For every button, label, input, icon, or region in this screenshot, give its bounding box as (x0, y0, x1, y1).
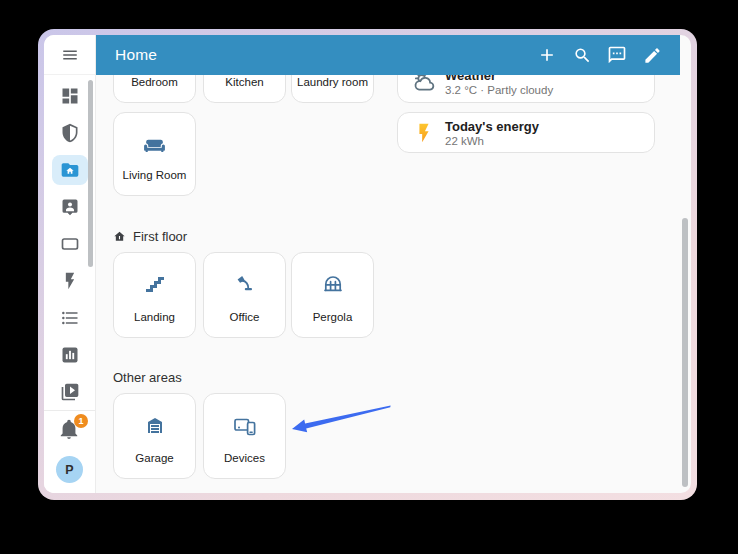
floor-icon (113, 230, 126, 243)
area-card-label: Pergola (292, 311, 373, 323)
screenshot-stage: 1 P Bedroom Kitchen Laundry room (0, 0, 738, 554)
pergola-icon (292, 272, 373, 296)
sidebar-item-energy[interactable] (52, 266, 88, 296)
sidebar-item-logbook[interactable] (52, 303, 88, 333)
header-actions (535, 35, 664, 75)
app-header: Home (96, 35, 680, 75)
lightning-icon (413, 122, 435, 144)
app-window-frame: 1 P Bedroom Kitchen Laundry room (38, 29, 697, 500)
content-scrollbar-thumb[interactable] (682, 218, 688, 487)
area-card-devices[interactable]: Devices (203, 393, 286, 479)
sidebar: 1 P (44, 35, 96, 493)
sidebar-bottom-section: 1 P (44, 410, 95, 493)
sofa-icon (114, 132, 195, 157)
main-area: Bedroom Kitchen Laundry room (96, 35, 691, 493)
stairs-icon (114, 272, 195, 296)
area-card-living-room[interactable]: Living Room (113, 112, 196, 196)
sidebar-item-history[interactable] (52, 340, 88, 370)
sidebar-item-areas[interactable] (52, 155, 88, 185)
area-card-label: Office (204, 311, 285, 323)
sidebar-item-people[interactable] (52, 192, 88, 222)
add-button[interactable] (535, 43, 559, 67)
area-card-label: Landing (114, 311, 195, 323)
area-card-label: Living Room (114, 169, 195, 181)
sidebar-item-dashboards[interactable] (52, 81, 88, 111)
area-card-label: Kitchen (204, 76, 285, 88)
hamburger-menu-icon (61, 46, 79, 64)
area-card-pergola[interactable]: Pergola (291, 252, 374, 338)
area-card-label: Garage (114, 452, 195, 464)
avatar-initial: P (65, 463, 73, 477)
section-header-first-floor: First floor (113, 228, 187, 244)
search-icon (573, 46, 592, 65)
person-badge-icon (60, 197, 80, 217)
notification-badge: 1 (74, 414, 88, 428)
area-card-label: Bedroom (114, 76, 195, 88)
energy-value: 22 kWh (445, 135, 484, 147)
user-avatar[interactable]: P (56, 456, 83, 483)
energy-title: Today's energy (445, 119, 539, 134)
edit-icon (643, 46, 662, 65)
media-icon (60, 382, 80, 402)
area-card-office[interactable]: Office (203, 252, 286, 338)
shield-icon (60, 123, 80, 143)
add-icon (537, 45, 557, 65)
desk-lamp-icon (204, 272, 285, 296)
weather-status: 3.2 °C · Partly cloudy (445, 84, 553, 96)
sidebar-item-media[interactable] (52, 377, 88, 407)
tablet-icon (60, 234, 80, 254)
energy-card[interactable]: Today's energy 22 kWh (397, 112, 655, 153)
garage-icon (114, 413, 195, 437)
energy-flash-icon (60, 271, 80, 291)
area-card-garage[interactable]: Garage (113, 393, 196, 479)
dashboard-icon (60, 86, 80, 106)
sidebar-item-security[interactable] (52, 118, 88, 148)
section-title: First floor (133, 229, 187, 244)
sidebar-item-tablet[interactable] (52, 229, 88, 259)
page-title: Home (115, 46, 157, 64)
sidebar-menu-button[interactable] (44, 35, 95, 75)
assist-chat-icon (607, 45, 627, 65)
assist-button[interactable] (605, 43, 629, 67)
sidebar-scrollbar-thumb[interactable] (88, 80, 93, 267)
search-button[interactable] (570, 43, 594, 67)
area-card-label: Devices (204, 452, 285, 464)
section-title: Other areas (113, 370, 182, 385)
devices-icon (204, 413, 285, 437)
section-header-other-areas: Other areas (113, 369, 182, 385)
notifications-button[interactable]: 1 (58, 418, 82, 442)
app-window: 1 P Bedroom Kitchen Laundry room (44, 35, 691, 493)
area-card-landing[interactable]: Landing (113, 252, 196, 338)
history-chart-icon (60, 345, 80, 365)
area-card-label: Laundry room (292, 76, 373, 88)
home-folder-icon (60, 160, 80, 180)
logbook-list-icon (60, 308, 80, 328)
edit-button[interactable] (640, 43, 664, 67)
